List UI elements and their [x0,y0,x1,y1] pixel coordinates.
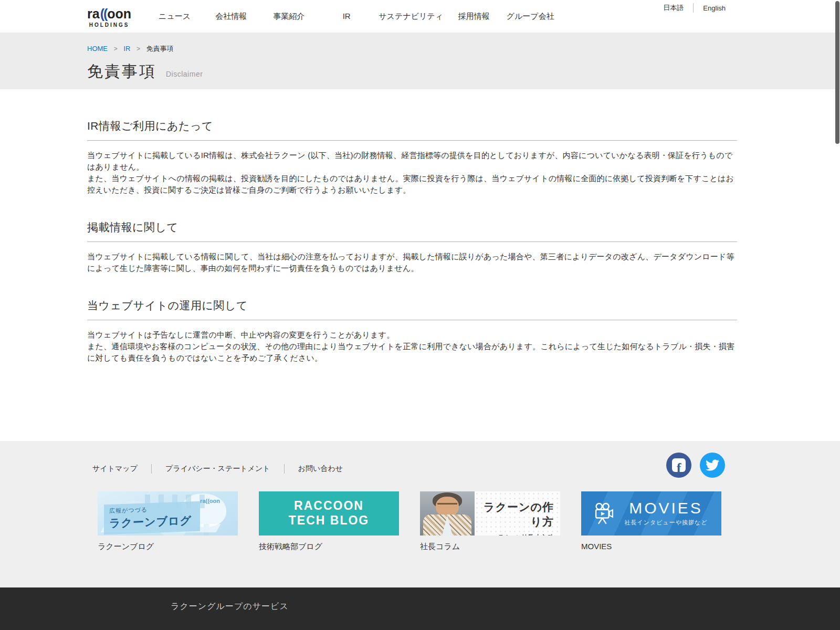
movies-banner[interactable]: MOVIES 社長インタビューや挨拶など [581,491,721,536]
movies-banner-text: MOVIES 社長インタビューや挨拶など [616,500,721,527]
nav-item-sustainability[interactable]: サステナビリティ [375,12,446,22]
footer-link-sitemap[interactable]: サイトマップ [87,464,152,474]
facebook-glyph-box: f [672,458,686,472]
raccoon-holdings-logo[interactable]: ra((oon HOLDINGS [87,7,131,28]
banner-caption-blog: ラクーンブログ [98,542,238,552]
page-hero: HOME > IR > 免責事項 免責事項 Disclaimer [0,33,840,89]
twitter-bird-icon [706,458,719,472]
breadcrumb: HOME > IR > 免責事項 [87,44,737,54]
president-column-title: ラクーンの作り方 [475,500,554,529]
footer-link-privacy[interactable]: プライバシー・ステートメント [152,464,285,474]
president-glasses [437,503,457,508]
banner-col-techblog: RACCOON TECH BLOG 技術戦略部ブログ [259,491,399,552]
nav-item-recruit[interactable]: 採用情報 [446,12,501,22]
banner-col-movies: MOVIES 社長インタビューや挨拶など MOVIES [581,491,721,552]
main-content: IR情報ご利用にあたって 当ウェブサイトに掲載しているIR情報は、株式会社ラクー… [0,89,840,441]
lang-japanese[interactable]: 日本語 [654,3,694,13]
movies-subtitle: 社長インタビューや挨拶など [616,519,716,527]
twitter-icon[interactable] [700,453,725,478]
site-header: ra((oon HOLDINGS ニュース 会社情報 事業紹介 IR サステナビ… [0,0,840,33]
nav-item-news[interactable]: ニュース [147,12,202,22]
section-paragraph: また、当ウェブサイトへの情報の掲載は、投資勧誘を目的にしたものではありません。実… [87,173,737,196]
banner-col-blog: ra((oon 広報がつづる ラクーンブログ ラクーンブログ [98,491,238,552]
section-heading: 掲載情報に関して [87,220,737,242]
logo-wordmark: ra((oon [87,7,131,20]
section-ir-info: IR情報ご利用にあたって 当ウェブサイトに掲載しているIR情報は、株式会社ラクー… [87,119,737,196]
section-paragraph: 当ウェブサイトは予告なしに運営の中断、中止や内容の変更を行うことがあります。 [87,329,737,341]
logo-text-ra: ra [87,6,100,21]
logo-text-oon: oon [107,6,131,21]
facebook-f-glyph: f [677,461,681,472]
section-posted-info: 掲載情報に関して 当ウェブサイトに掲載している情報に関して、当社は細心の注意を払… [87,220,737,274]
social-links: f [666,453,725,478]
breadcrumb-home[interactable]: HOME [87,45,108,52]
tech-blog-line1: RACCOON [294,499,364,513]
page-subtitle: Disclaimer [166,70,203,78]
group-services-heading: ラクーングループのサービス [171,601,840,612]
nav-item-ir[interactable]: IR [318,12,375,22]
nav-item-company[interactable]: 会社情報 [202,12,260,22]
section-heading: IR情報ご利用にあたって [87,119,737,141]
main-nav: ニュース 会社情報 事業紹介 IR サステナビリティ 採用情報 グループ会社 [147,12,559,22]
banner-caption-movies: MOVIES [581,542,721,551]
footer-link-contact[interactable]: お問い合わせ [285,464,356,474]
raccoon-blog-banner[interactable]: ra((oon 広報がつづる ラクーンブログ [98,491,238,536]
banner-caption-techblog: 技術戦略部ブログ [259,542,399,552]
services-footer: ラクーングループのサービス [0,587,840,630]
section-paragraph: 当ウェブサイトに掲載している情報に関して、当社は細心の注意を払っておりますが、掲… [87,251,737,274]
president-banner-text: ラクーンの作り方 ラクーン社長 小方 功 [475,491,560,536]
breadcrumb-separator: > [114,45,118,52]
tech-blog-line2: TECH BLOG [289,513,369,528]
footer-banners: ra((oon 広報がつづる ラクーンブログ ラクーンブログ RACCOON T… [87,491,737,552]
page-title: 免責事項 [87,61,156,82]
section-paragraph: また、通信環境やお客様のコンピュータの状況、その他の理由により当ウェブサイトを正… [87,341,737,364]
facebook-icon[interactable]: f [666,453,691,478]
blog-raccoon-logo-text: ra((oon [200,498,220,504]
section-heading: 当ウェブサイトの運用に関して [87,298,737,320]
movies-title: MOVIES [616,500,716,516]
blog-label: 広報がつづる ラクーンブログ [104,501,200,534]
president-photo [420,491,475,536]
breadcrumb-current: 免責事項 [146,45,174,52]
nav-item-business[interactable]: 事業紹介 [260,12,318,22]
site-footer: サイトマップ プライバシー・ステートメント お問い合わせ f [0,441,840,587]
logo-holdings-label: HOLDINGS [87,22,131,28]
tech-blog-banner[interactable]: RACCOON TECH BLOG [259,491,399,536]
logo-parens: (( [100,6,108,21]
section-paragraph: 当ウェブサイトに掲載しているIR情報は、株式会社ラクーン (以下、当社)の財務情… [87,150,737,173]
nav-item-group[interactable]: グループ会社 [501,12,559,22]
president-column-banner[interactable]: ラクーンの作り方 ラクーン社長 小方 功 [420,491,560,536]
banner-col-president: ラクーンの作り方 ラクーン社長 小方 功 社長コラム [420,491,560,552]
blog-title: ラクーンブログ [109,513,192,530]
scrollbar-thumb[interactable] [835,1,839,144]
section-site-operation: 当ウェブサイトの運用に関して 当ウェブサイトは予告なしに運営の中断、中止や内容の… [87,298,737,364]
breadcrumb-ir[interactable]: IR [123,45,130,52]
breadcrumb-separator: > [136,45,140,52]
language-switcher: 日本語 English [654,3,735,13]
president-column-subtitle: ラクーン社長 小方 功 [475,533,554,536]
lang-english[interactable]: English [694,4,735,12]
footer-links: サイトマップ プライバシー・ステートメント お問い合わせ [87,464,356,474]
banner-caption-president: 社長コラム [420,542,560,552]
movie-camera-icon [593,502,616,524]
